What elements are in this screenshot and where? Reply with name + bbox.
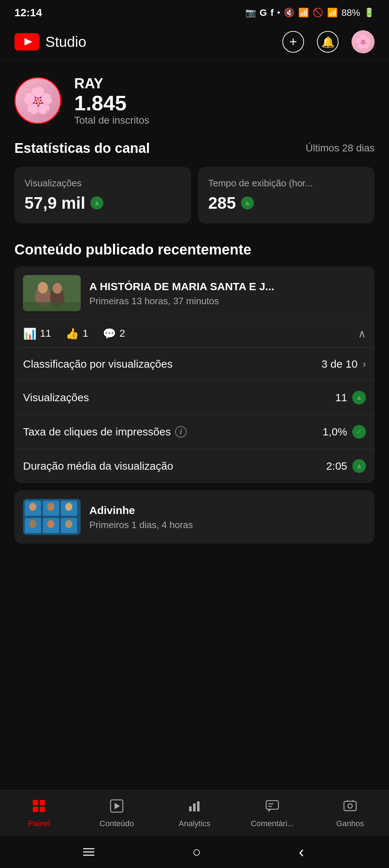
watchtime-label: Tempo de exibição (hor... bbox=[208, 178, 365, 189]
views-card[interactable]: Visualizações 57,9 mil ▲ bbox=[14, 167, 191, 223]
video-views-stat: 📊 11 bbox=[23, 327, 51, 340]
stats-title: Estatísticas do canal bbox=[14, 141, 150, 156]
back-button[interactable]: ‹ bbox=[299, 843, 304, 861]
battery-level: 88% bbox=[341, 7, 360, 18]
play-icon bbox=[110, 799, 124, 816]
recent-content-section: Conteúdo publicado recentemente A HISTÓR… bbox=[0, 231, 389, 558]
avg-duration-value-area: 2:05 ▲ bbox=[326, 459, 366, 473]
svg-rect-29 bbox=[197, 801, 200, 811]
ctr-check-icon: ✓ bbox=[352, 425, 366, 439]
nav-conteudo[interactable]: Conteúdo bbox=[78, 790, 156, 836]
stats-cards: Visualizações 57,9 mil ▲ Tempo de exibiç… bbox=[14, 167, 375, 223]
signal-icon: 📶 bbox=[327, 8, 338, 18]
video-comments-stat: 💬 2 bbox=[103, 327, 125, 340]
chevron-right-icon: › bbox=[363, 358, 366, 370]
ctr-value: 1,0% bbox=[323, 426, 347, 438]
notifications-button[interactable]: 🔔 bbox=[317, 31, 339, 53]
avg-duration-row[interactable]: Duração média da visualização 2:05 ▲ bbox=[14, 449, 375, 483]
no-entry-icon: 🚫 bbox=[313, 8, 323, 18]
channel-stats-section: Estatísticas do canal Últimos 28 dias Vi… bbox=[0, 133, 389, 231]
svg-rect-34 bbox=[344, 801, 356, 811]
thumbs-up-icon: 👍 bbox=[66, 327, 79, 340]
nav-painel-label: Painel bbox=[28, 819, 50, 828]
watchtime-card[interactable]: Tempo de exibição (hor... 285 ▲ bbox=[198, 167, 375, 223]
channel-avatar-image: 🌸 bbox=[22, 86, 54, 115]
svg-point-6 bbox=[53, 283, 62, 294]
home-button[interactable]: ○ bbox=[192, 844, 201, 860]
svg-marker-26 bbox=[115, 803, 120, 809]
nav-ganhos[interactable]: Ganhos bbox=[311, 790, 389, 836]
avg-duration-label: Duração média da visualização bbox=[23, 460, 173, 472]
svg-point-16 bbox=[29, 520, 36, 528]
subscriber-count: 1.845 bbox=[74, 92, 149, 115]
thumbnail-image-1 bbox=[23, 275, 81, 311]
bell-icon: 🔔 bbox=[321, 36, 335, 48]
recent-title: Conteúdo publicado recentemente bbox=[14, 242, 375, 258]
rank-value-area: 3 de 10 › bbox=[322, 358, 366, 370]
mute-icon: 🔇 bbox=[284, 8, 295, 18]
video-views-count: 11 bbox=[40, 328, 51, 339]
svg-point-18 bbox=[47, 520, 54, 528]
views-detail-value: 11 bbox=[335, 391, 347, 404]
info-icon[interactable]: i bbox=[175, 426, 187, 438]
video-time-1: Primeiras 13 horas, 37 minutos bbox=[89, 296, 274, 307]
video-title-1: A HISTÓRIA DE MARIA SANTA E J... bbox=[89, 279, 274, 293]
google-icon: G bbox=[260, 7, 267, 18]
watchtime-trend-icon: ▲ bbox=[241, 196, 254, 209]
photo-icon: 📷 bbox=[245, 8, 256, 18]
nav-painel[interactable]: Painel bbox=[0, 790, 78, 836]
ctr-label: Taxa de cliques de impressões i bbox=[23, 426, 187, 438]
battery-icon: 🔋 bbox=[364, 8, 375, 18]
svg-point-12 bbox=[47, 503, 54, 511]
comment-nav-icon bbox=[265, 799, 279, 816]
logo-area: Studio bbox=[14, 33, 86, 50]
svg-point-14 bbox=[65, 503, 72, 511]
status-icons: 📷 G f • 🔇 📶 🚫 📶 88% 🔋 bbox=[245, 7, 375, 18]
svg-point-4 bbox=[38, 282, 48, 293]
views-trend-icon: ▲ bbox=[90, 196, 103, 209]
video-likes-stat: 👍 1 bbox=[66, 327, 88, 340]
video-thumbnail-2 bbox=[23, 499, 81, 535]
svg-rect-28 bbox=[193, 803, 196, 811]
video-thumbnail-1 bbox=[23, 275, 81, 311]
views-detail-label: Visualizações bbox=[23, 391, 89, 404]
analytics-bar-icon bbox=[188, 799, 201, 816]
comment-icon: 💬 bbox=[103, 327, 116, 340]
collapse-button[interactable]: ∧ bbox=[358, 327, 366, 340]
user-avatar[interactable]: 🌸 bbox=[352, 30, 375, 53]
views-up-icon: ▲ bbox=[352, 391, 366, 404]
nav-analytics[interactable]: Analytics bbox=[156, 790, 233, 836]
youtube-logo-icon bbox=[14, 33, 40, 50]
ctr-value-area: 1,0% ✓ bbox=[323, 425, 366, 439]
content-card-2-header: Adivinhe Primeiros 1 dias, 4 horas bbox=[14, 490, 375, 544]
header-icons: + 🔔 🌸 bbox=[282, 30, 375, 53]
content-card-2[interactable]: Adivinhe Primeiros 1 dias, 4 horas bbox=[14, 490, 375, 544]
views-value: 57,9 mil bbox=[24, 193, 85, 213]
views-detail-row[interactable]: Visualizações 11 ▲ bbox=[14, 380, 375, 415]
bar-chart-icon: 📊 bbox=[23, 327, 36, 340]
video-likes-count: 1 bbox=[82, 328, 88, 339]
recent-apps-button[interactable]: ||| bbox=[83, 847, 97, 857]
channel-section: 🌸 RAY 1.845 Total de inscritos bbox=[0, 61, 389, 133]
channel-name: RAY bbox=[74, 75, 149, 92]
ctr-row[interactable]: Taxa de cliques de impressões i 1,0% ✓ bbox=[14, 415, 375, 449]
nav-comentarios[interactable]: Comentári... bbox=[233, 790, 311, 836]
dot-icon: • bbox=[277, 8, 280, 18]
add-icon: + bbox=[289, 34, 297, 49]
svg-rect-7 bbox=[23, 302, 81, 311]
rank-value: 3 de 10 bbox=[322, 358, 358, 370]
avg-duration-up-icon: ▲ bbox=[352, 459, 366, 473]
video-comments-count: 2 bbox=[120, 328, 125, 339]
wifi-icon: 📶 bbox=[298, 8, 309, 18]
watchtime-value-row: 285 ▲ bbox=[208, 193, 365, 213]
svg-point-10 bbox=[29, 503, 36, 511]
add-button[interactable]: + bbox=[282, 31, 304, 53]
stats-period: Últimos 28 dias bbox=[306, 142, 375, 154]
video-stats-row: 📊 11 👍 1 💬 2 ∧ bbox=[14, 320, 375, 347]
svg-rect-21 bbox=[33, 800, 38, 805]
content-card-1[interactable]: A HISTÓRIA DE MARIA SANTA E J... Primeir… bbox=[14, 266, 375, 483]
svg-rect-23 bbox=[33, 807, 38, 812]
rank-row[interactable]: Classificação por visualizações 3 de 10 … bbox=[14, 347, 375, 380]
status-bar: 12:14 📷 G f • 🔇 📶 🚫 📶 88% 🔋 bbox=[0, 0, 389, 23]
nav-ganhos-label: Ganhos bbox=[336, 819, 364, 828]
